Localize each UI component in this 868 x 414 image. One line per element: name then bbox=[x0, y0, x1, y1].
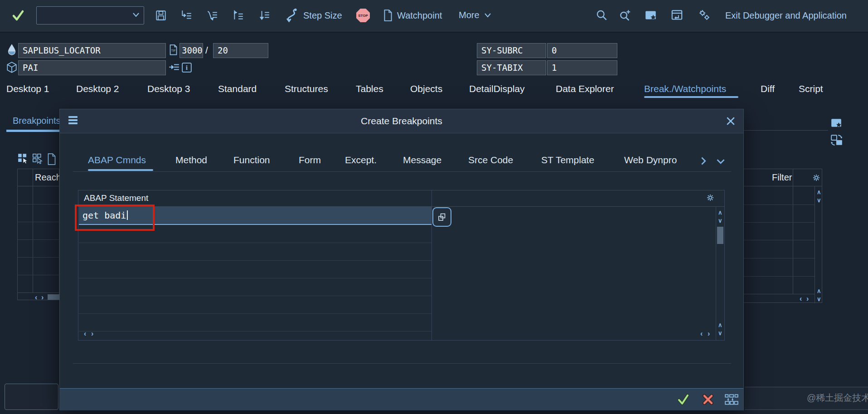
dialog-tab-method[interactable]: Method bbox=[175, 155, 207, 166]
tab-overflow-right-icon[interactable] bbox=[700, 156, 707, 166]
step-size-button[interactable]: Step Size bbox=[286, 8, 342, 23]
table-row bbox=[18, 204, 60, 205]
program-field[interactable]: SAPLBUS_LOCATOR bbox=[18, 43, 166, 58]
line-field[interactable]: 3000 bbox=[179, 43, 203, 58]
watchpoint-label: Watchpoint bbox=[397, 10, 442, 21]
goto-lines-icon[interactable] bbox=[168, 62, 180, 73]
tab-desktop-3[interactable]: Desktop 3 bbox=[147, 83, 190, 94]
line-total-field[interactable]: 20 bbox=[213, 43, 268, 58]
sy-tabix-value-field[interactable]: 1 bbox=[547, 60, 617, 75]
scroll-right-icon[interactable]: › bbox=[41, 294, 44, 301]
scroll-left-icon[interactable]: ‹ bbox=[800, 295, 802, 302]
tab-diff[interactable]: Diff bbox=[761, 83, 775, 94]
goto-statement-icon[interactable]: TIF bbox=[168, 44, 179, 57]
abap-statement-column-header: ABAP Statement bbox=[84, 193, 148, 203]
cancel-icon[interactable] bbox=[702, 393, 714, 406]
tab-detaildisplay[interactable]: DetailDisplay bbox=[469, 83, 525, 94]
step-return-icon[interactable] bbox=[232, 10, 244, 21]
scroll-right-icon[interactable]: › bbox=[708, 330, 710, 337]
dialog-tab-srce-code[interactable]: Srce Code bbox=[468, 155, 513, 166]
info-icon[interactable]: i bbox=[181, 62, 192, 73]
dialog-tab-separator bbox=[73, 171, 731, 172]
event-field[interactable]: PAI bbox=[18, 60, 166, 75]
session-combobox[interactable] bbox=[36, 6, 144, 24]
more-button[interactable]: More bbox=[459, 10, 492, 20]
favorite-window-icon[interactable] bbox=[830, 117, 842, 129]
scroll-down-icon[interactable]: ∨ bbox=[817, 296, 821, 302]
scroll-down-icon[interactable]: ∨ bbox=[718, 330, 723, 336]
scroll-up-icon[interactable]: ∧ bbox=[718, 322, 723, 328]
tab-objects[interactable]: Objects bbox=[410, 83, 442, 94]
tab-desktop-1[interactable]: Desktop 1 bbox=[6, 83, 49, 94]
step-over-icon[interactable] bbox=[206, 10, 218, 21]
sy-subrc-value-field[interactable]: 0 bbox=[547, 43, 617, 58]
table-settings-gear-icon[interactable] bbox=[706, 193, 715, 202]
tab-tables[interactable]: Tables bbox=[356, 83, 383, 94]
scroll-right-icon[interactable]: › bbox=[806, 295, 809, 302]
open-in-window-icon[interactable] bbox=[671, 9, 683, 21]
dialog-tab-except[interactable]: Except. bbox=[345, 155, 377, 166]
copy-icon bbox=[437, 213, 446, 222]
import-to-table-icon[interactable] bbox=[724, 394, 739, 405]
dialog-tab-abap-cmnds[interactable]: ABAP Cmnds bbox=[88, 155, 146, 166]
watermark: @稀土掘金技术社区 bbox=[807, 392, 868, 404]
new-session-star-icon[interactable] bbox=[645, 9, 657, 21]
scroll-up-icon[interactable]: ∧ bbox=[817, 288, 821, 294]
create-breakpoints-dialog: Create Breakpoints ABAP Cmnds Method Fun… bbox=[59, 109, 744, 410]
page-icon[interactable] bbox=[46, 153, 57, 166]
status-bar: @稀土掘金技术社区 bbox=[745, 387, 868, 410]
scroll-left-icon[interactable]: ‹ bbox=[35, 294, 37, 301]
dialog-tab-message[interactable]: Message bbox=[403, 155, 441, 166]
scroll-down-icon[interactable]: ∨ bbox=[817, 197, 821, 203]
annotation-highlight-box bbox=[75, 205, 155, 231]
watchpoint-button[interactable]: Watchpoint bbox=[383, 9, 442, 22]
scroll-left-icon[interactable]: ‹ bbox=[84, 330, 86, 337]
dialog-tab-function[interactable]: Function bbox=[233, 155, 270, 166]
exit-debugger-button[interactable]: Exit Debugger and Application bbox=[725, 10, 847, 21]
value-help-button[interactable] bbox=[432, 207, 451, 227]
breakpoints-subtab-underline bbox=[6, 130, 59, 132]
table-row bbox=[744, 258, 815, 258]
services-gear-icon[interactable] bbox=[698, 9, 711, 21]
refresh-save-icon[interactable] bbox=[830, 134, 843, 146]
confirm-icon[interactable] bbox=[12, 9, 24, 22]
breakpoint-stop-icon[interactable]: STOP bbox=[356, 9, 370, 22]
right-panel-divider bbox=[744, 130, 828, 131]
main-tab-strip: Desktop 1 Desktop 2 Desktop 3 Standard S… bbox=[0, 82, 868, 98]
search-plus-icon[interactable] bbox=[619, 9, 631, 21]
continue-icon[interactable] bbox=[258, 10, 270, 21]
dialog-tab-st-template[interactable]: ST Template bbox=[541, 155, 594, 166]
watchpoints-table: Filter ∧ ∨ ∧ ∨ ‹ › bbox=[744, 169, 822, 303]
scroll-down-icon[interactable]: ∨ bbox=[718, 218, 723, 224]
scroll-right-icon[interactable]: › bbox=[91, 330, 93, 337]
dialog-active-tab-underline bbox=[88, 169, 153, 171]
confirm-icon[interactable] bbox=[677, 393, 689, 406]
v-scrollbar-thumb[interactable] bbox=[717, 227, 723, 244]
search-icon[interactable] bbox=[596, 9, 608, 21]
step-into-icon[interactable] bbox=[180, 10, 192, 21]
command-field[interactable] bbox=[5, 384, 58, 410]
scroll-up-icon[interactable]: ∧ bbox=[817, 189, 821, 195]
tab-script[interactable]: Script bbox=[799, 83, 823, 94]
table-settings-gear-icon[interactable] bbox=[812, 173, 821, 182]
select-all-icon[interactable] bbox=[17, 153, 29, 165]
table-row bbox=[744, 222, 815, 223]
scroll-up-icon[interactable]: ∧ bbox=[718, 209, 723, 215]
tab-break-watchpoints[interactable]: Break./Watchpoints bbox=[644, 83, 726, 94]
tab-desktop-2[interactable]: Desktop 2 bbox=[76, 83, 119, 94]
table-row bbox=[744, 240, 815, 240]
tab-overflow-down-icon[interactable] bbox=[716, 158, 725, 165]
deselect-all-icon[interactable] bbox=[32, 153, 44, 165]
menu-icon[interactable] bbox=[68, 116, 78, 124]
tab-data-explorer[interactable]: Data Explorer bbox=[556, 83, 614, 94]
h-scrollbar-thumb[interactable] bbox=[48, 294, 59, 300]
table-row bbox=[79, 331, 432, 331]
tab-structures[interactable]: Structures bbox=[285, 83, 328, 94]
close-icon[interactable] bbox=[726, 117, 735, 126]
breakpoints-subtab[interactable]: Breakpoints bbox=[13, 116, 61, 126]
scroll-left-icon[interactable]: ‹ bbox=[700, 330, 703, 337]
dialog-tab-web-dynpro[interactable]: Web Dynpro bbox=[624, 155, 677, 166]
dialog-tab-form[interactable]: Form bbox=[299, 155, 321, 166]
save-layout-icon[interactable] bbox=[155, 10, 167, 21]
tab-standard[interactable]: Standard bbox=[218, 83, 257, 94]
